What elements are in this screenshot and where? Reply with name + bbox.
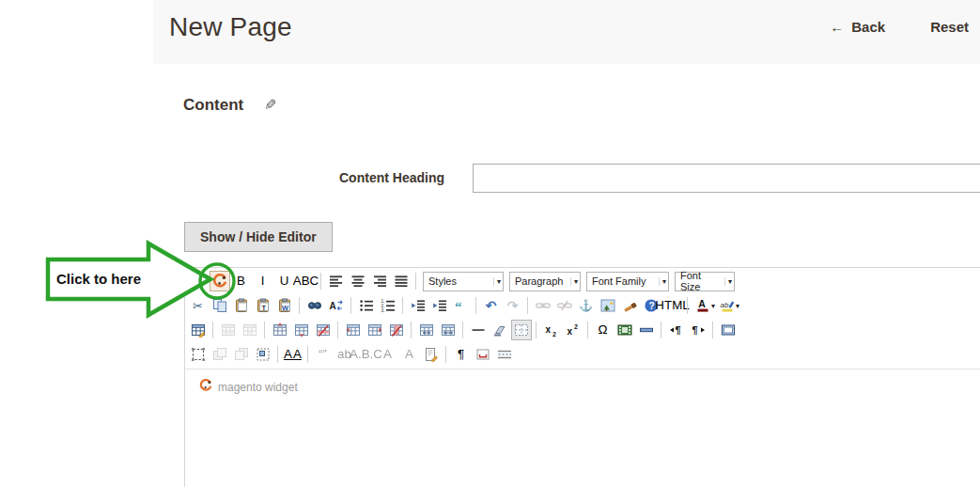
back-button[interactable]: ← Back: [830, 19, 885, 35]
html-source-button[interactable]: HTML: [662, 295, 683, 316]
cleanup-button[interactable]: [619, 295, 640, 316]
content-heading-input[interactable]: [473, 164, 980, 193]
insert-image-icon: [600, 298, 615, 313]
svg-text:W: W: [282, 304, 289, 312]
font-size-select[interactable]: Font Size▾: [675, 272, 735, 291]
merge-cells-button[interactable]: [438, 320, 459, 340]
page-break-icon: [497, 347, 512, 362]
advanced-hr-button[interactable]: [636, 320, 657, 340]
paste-from-word-button[interactable]: W: [274, 295, 295, 316]
insert-column-after-button[interactable]: [365, 320, 385, 340]
find-button[interactable]: [304, 295, 325, 316]
absolute-position-icon: [256, 347, 271, 362]
superscript-button[interactable]: x2: [563, 320, 583, 340]
find-replace-button[interactable]: A: [326, 295, 347, 316]
italic-button[interactable]: I: [253, 271, 273, 291]
numbered-list-button[interactable]: 1.2.3.: [378, 295, 398, 316]
justify-right-button[interactable]: [369, 271, 390, 291]
copy-button[interactable]: [210, 295, 230, 316]
insert-media-button[interactable]: [614, 320, 635, 340]
outdent-button[interactable]: [408, 295, 428, 316]
cut-icon: ✂: [193, 300, 203, 312]
justify-left-button[interactable]: [326, 271, 347, 291]
styles-select[interactable]: Styles▾: [423, 272, 504, 291]
delete-row-button[interactable]: [313, 320, 334, 340]
table-cell-properties-icon: [242, 322, 257, 338]
paste-as-text-button[interactable]: T: [253, 295, 273, 316]
page-header: New Page ← Back Reset: [153, 0, 980, 64]
toolbar-separator: [527, 297, 528, 314]
find-icon: [307, 298, 322, 313]
insert-row-after-button[interactable]: [291, 320, 312, 340]
acronym-button: A.B.C: [356, 344, 377, 365]
insert-column-before-button[interactable]: [343, 320, 364, 340]
special-character-button[interactable]: Ω: [593, 320, 614, 340]
fullscreen-button[interactable]: [718, 320, 739, 340]
insert-image-button[interactable]: [598, 295, 618, 316]
table-row-properties-icon: [221, 322, 236, 338]
toolbar-separator: [264, 322, 265, 338]
delete-column-button[interactable]: [386, 320, 407, 340]
attributes-button[interactable]: [421, 344, 442, 365]
background-color-icon: ab: [720, 298, 735, 313]
toolbar-separator: [661, 322, 661, 338]
insertion-icon: A: [405, 348, 413, 360]
left-to-right-button[interactable]: ¶: [666, 320, 687, 340]
strikethrough-button[interactable]: ABC: [296, 271, 317, 291]
insert-widget-button[interactable]: [210, 271, 230, 291]
insert-layer-icon: [191, 347, 206, 362]
undo-button[interactable]: ↶: [481, 295, 502, 316]
right-to-left-button[interactable]: ¶: [688, 320, 708, 340]
split-cells-button[interactable]: [416, 320, 437, 340]
paragraph-format-select[interactable]: Paragraph▾: [509, 272, 581, 291]
svg-text:A: A: [329, 301, 335, 311]
editor-toolbar: BIUABCStyles▾Paragraph▾Font Family▾Font …: [185, 268, 980, 369]
justify-center-button[interactable]: [348, 271, 368, 291]
widget-placeholder[interactable]: magento widget: [199, 379, 298, 396]
remove-formatting-button[interactable]: [490, 320, 510, 340]
absolute-position-button[interactable]: [253, 344, 273, 365]
subscript-button[interactable]: x2: [541, 320, 562, 340]
visual-characters-button[interactable]: ¶: [451, 344, 472, 365]
copy-icon: [212, 298, 227, 313]
attributes-icon: [424, 347, 439, 362]
toolbar-separator: [350, 297, 351, 314]
insert-row-before-button[interactable]: [270, 320, 290, 340]
underline-button[interactable]: U: [274, 271, 295, 291]
svg-text:3.: 3.: [381, 307, 384, 313]
style-properties-button[interactable]: A A: [283, 344, 303, 365]
merge-cells-icon: [441, 322, 456, 338]
bold-button[interactable]: B: [231, 271, 252, 291]
text-color-button[interactable]: A: [692, 295, 713, 316]
font-family-select[interactable]: Font Family▾: [586, 272, 669, 291]
edit-pencil-icon[interactable]: ✎: [264, 96, 276, 114]
insert-table-icon: [191, 322, 206, 338]
cut-button[interactable]: ✂: [188, 295, 209, 316]
insert-layer-button[interactable]: [188, 344, 209, 365]
font-size-select-value: Font Size: [680, 270, 721, 292]
background-color-dropdown-arrow[interactable]: ▾: [736, 302, 739, 310]
anchor-button[interactable]: ⚓: [576, 295, 597, 316]
bullet-list-button[interactable]: [356, 295, 377, 316]
blockquote-button[interactable]: “: [451, 295, 472, 316]
page-break-button[interactable]: [494, 344, 515, 365]
visual-aid-button[interactable]: [511, 320, 532, 340]
justify-full-icon: [394, 274, 409, 289]
show-hide-editor-button[interactable]: Show / Hide Editor: [184, 222, 333, 252]
background-color-button[interactable]: ab: [717, 295, 738, 316]
paste-button[interactable]: [231, 295, 252, 316]
indent-button[interactable]: [429, 295, 450, 316]
justify-full-button[interactable]: [391, 271, 412, 291]
insert-column-before-icon: [346, 322, 361, 338]
svg-text:x: x: [545, 324, 551, 335]
redo-icon: ↷: [507, 299, 519, 312]
non-breaking-space-button[interactable]: [473, 344, 493, 365]
editor-body[interactable]: magento widget: [185, 369, 980, 487]
insert-media-icon: [617, 322, 632, 338]
reset-button[interactable]: Reset: [930, 19, 969, 35]
insert-table-button[interactable]: [188, 320, 209, 340]
widget-partial-button[interactable]: [188, 271, 209, 291]
toolbar-separator: [536, 322, 537, 338]
text-color-dropdown-arrow[interactable]: ▾: [711, 302, 715, 310]
horizontal-rule-button[interactable]: [468, 320, 489, 340]
